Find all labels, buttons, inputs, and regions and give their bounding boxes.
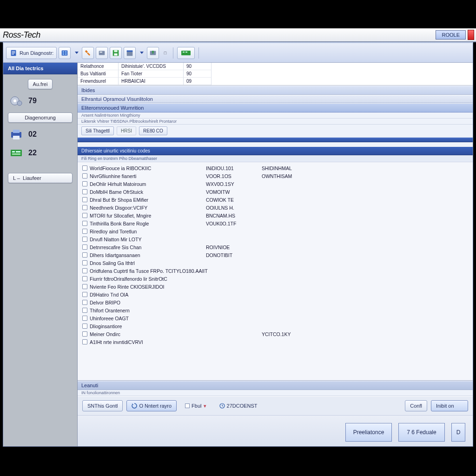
item-name: Delvor BRIPO xyxy=(90,300,206,305)
sidebar-item-1[interactable]: 79 xyxy=(8,94,73,108)
toolbar-btn-7[interactable] xyxy=(177,47,195,59)
checkbox-icon[interactable] xyxy=(82,197,87,202)
footer-btn-1[interactable]: Preeliatonce xyxy=(345,423,392,442)
list-item[interactable]: Fiurrir fdtroOriralfenordo lir SnitrOtC xyxy=(78,275,473,283)
checkbox-icon[interactable] xyxy=(82,189,87,194)
list-item[interactable]: Oridfulena Cuptrtl fia Tusce FRPo. TCITY… xyxy=(78,267,473,275)
toolbar-btn-3[interactable] xyxy=(96,47,108,59)
list-item[interactable]: DeOhlir Hirhult MatoiroumWXV0O.1SY xyxy=(78,180,473,188)
list-item[interactable]: WorldFioouce ia RIBOCKIICINiDIOU.101SHID… xyxy=(78,164,473,172)
wrench-icon xyxy=(84,49,92,57)
checkbox-icon[interactable] xyxy=(82,339,87,344)
list-item[interactable]: Tinthirilla Bonk Barre RogleVOUK0O.1TF xyxy=(78,219,473,227)
svg-rect-19 xyxy=(183,52,185,53)
sidebar-item-3[interactable]: 22 xyxy=(8,146,73,160)
list-item[interactable]: NivrGfiiunhine fianertiVOOR.1OSOWNTHISAM xyxy=(78,172,473,180)
list-item[interactable]: Needhnerk Disgoor:VCIFYOOIULNS H. xyxy=(78,204,473,212)
sidebar-btn-aufrei[interactable]: Au.frei xyxy=(28,79,53,89)
list-item[interactable]: Uhinforeee OAGT xyxy=(78,314,473,322)
info-k1: Relathonce xyxy=(78,63,119,70)
checkbox-icon[interactable] xyxy=(82,252,87,258)
checkbox-icon[interactable] xyxy=(82,284,87,289)
toolbar-btn-6[interactable] xyxy=(147,47,159,59)
list-item[interactable]: Delvor BRIPO xyxy=(78,298,473,306)
svg-rect-27 xyxy=(11,150,22,156)
btn-edit[interactable]: Inibit on xyxy=(431,400,468,411)
list-item[interactable]: Nviente Feo Rinte CKlOSERJIDOI xyxy=(78,283,473,291)
checkbox-icon[interactable] xyxy=(82,181,87,186)
document-icon xyxy=(9,49,18,57)
checkbox-icon[interactable] xyxy=(82,205,87,210)
checkbox-icon[interactable] xyxy=(82,276,87,281)
info-v1: Dihinistuie'. VCCDDS xyxy=(119,63,184,70)
toolbar-btn-5[interactable] xyxy=(124,47,136,59)
dropdown-1[interactable] xyxy=(73,47,80,59)
info-n3: 09 xyxy=(184,78,212,85)
btn-conf[interactable]: Confl xyxy=(405,400,427,411)
lower-header[interactable]: Leanuti xyxy=(78,381,473,390)
checkbox-icon[interactable] xyxy=(82,308,87,313)
tab-3[interactable]: RE80 CO xyxy=(139,126,167,135)
list-item[interactable]: A1IHt nrte invntidiCVRVI xyxy=(78,338,473,346)
list-item[interactable]: Dlhers IdiartgansanaenDONOTIBIT xyxy=(78,251,473,259)
item-name: Drvufl Nlatton Mir LOTY xyxy=(90,237,206,242)
list-item[interactable]: D9Hatiro Tnd OIA xyxy=(78,291,473,298)
run-diagnostic-button[interactable]: Run Diagnostr: xyxy=(6,47,57,59)
sidebar-btn-diagnosing[interactable]: Diagenorrung xyxy=(8,112,73,123)
list-item[interactable]: Dlioginsantiore xyxy=(78,322,473,330)
tab-1[interactable]: Sili Thagettl xyxy=(81,126,114,135)
roole-button[interactable]: ROOLE xyxy=(436,30,466,40)
toolbar-btn-1[interactable] xyxy=(59,47,71,59)
list-item[interactable]: Meiner OndircYCITCO.1KY xyxy=(78,330,473,338)
svg-rect-2 xyxy=(12,53,15,53)
checkbox-icon[interactable] xyxy=(82,173,87,178)
list-item[interactable]: Drvufl Nlatton Mir LOTY xyxy=(78,235,473,243)
panel-ibides[interactable]: Ibides xyxy=(78,86,473,95)
checkbox-icon[interactable] xyxy=(82,316,87,321)
checkbox-icon[interactable] xyxy=(82,237,87,242)
footer-btn-2[interactable]: 7 6 Feduale xyxy=(398,423,445,442)
btn-fbul[interactable]: Fbul ▾ xyxy=(180,401,211,411)
toolbar-btn-2[interactable] xyxy=(82,47,94,59)
info-k2: Bus Valtianti xyxy=(78,70,119,78)
item-code1: COWIOK TE xyxy=(206,197,262,203)
checkbox-icon[interactable] xyxy=(82,331,87,337)
panel-warn[interactable]: Eliterornronoued Wurnrition xyxy=(78,103,473,112)
checkbox-icon[interactable] xyxy=(82,221,87,226)
checkbox-icon[interactable] xyxy=(82,300,87,305)
btn-snthis[interactable]: SNThis Gontl xyxy=(82,400,123,411)
list-item[interactable]: Thifort Orantenern xyxy=(78,306,473,314)
panel-visual[interactable]: Elhrantui Opramoul Visunlitolon xyxy=(78,95,473,103)
btn-nntert[interactable]: O Nntert rayro xyxy=(126,400,177,411)
info-v3: HRBAliCIAI xyxy=(119,78,184,85)
list-item[interactable]: Dhral But Br Shopa EMifierCOWIOK TE xyxy=(78,196,473,204)
checkbox-icon[interactable] xyxy=(82,245,87,250)
checkbox-icon[interactable] xyxy=(82,268,87,273)
tab-2[interactable]: HRSI xyxy=(117,126,136,135)
item-code2: YCITCO.1KY xyxy=(262,331,327,337)
svg-rect-11 xyxy=(100,52,102,53)
checkbox-icon[interactable] xyxy=(82,229,87,234)
divider-bar xyxy=(78,138,473,142)
btn-27d[interactable]: 27DCOENST xyxy=(215,401,262,411)
list-item[interactable]: DoMbIH Bame OfrStuickVOMOITW xyxy=(78,188,473,196)
checkbox-icon[interactable] xyxy=(82,213,87,218)
sidebar-item-2[interactable]: 02 xyxy=(8,127,73,141)
dropdown-2[interactable] xyxy=(138,47,145,59)
app-window: Run Diagnostr: □ All Dia tectrics Au.fre… xyxy=(3,42,473,447)
toolbar-btn-4[interactable] xyxy=(110,47,122,59)
list-item[interactable]: Detnrrescafire Sis ChanROIVNIOE xyxy=(78,243,473,251)
checkbox-icon[interactable] xyxy=(82,292,87,297)
list-item[interactable]: MTORI fur Sllocafiet, MngireBNCNAM.HS xyxy=(78,212,473,219)
checkbox-icon[interactable] xyxy=(82,260,87,265)
item-code1: WXV0O.1SY xyxy=(206,181,262,187)
list-item[interactable]: Dnos Saling Ga Ithtrl xyxy=(78,259,473,267)
svg-point-22 xyxy=(13,99,16,102)
close-icon[interactable] xyxy=(468,30,474,40)
fault-list[interactable]: WorldFioouce ia RIBOCKIICINiDIOU.101SHID… xyxy=(78,162,473,380)
sidebar-btn-lauf[interactable]: L – Liaufeer xyxy=(8,173,73,183)
checkbox-icon[interactable] xyxy=(82,165,87,171)
checkbox-icon[interactable] xyxy=(82,324,87,329)
list-item[interactable]: Riredloy aind Toretlun xyxy=(78,227,473,235)
footer-btn-3[interactable]: D xyxy=(451,423,465,442)
